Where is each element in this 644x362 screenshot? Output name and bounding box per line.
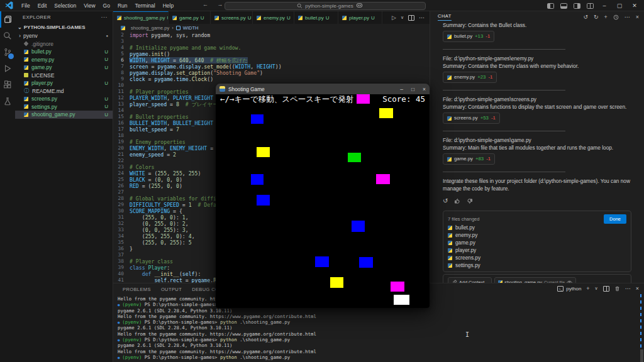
menu-selection[interactable]: Selection [51,1,79,10]
tree-item-.gitignore[interactable]: .gitignore [15,40,113,48]
enemy-square-blue [359,257,373,268]
tree-item-screens.py[interactable]: screens.pyU [15,95,113,103]
chat-history-icon[interactable] [613,14,619,20]
tree-item-bullet.py[interactable]: bullet.pyU [15,48,113,56]
chat-input-box[interactable]: Add Context... shooting_game.py Current … [443,274,631,283]
tab-dirty-badge: U [371,15,375,21]
terminal-instance[interactable]: >_ python [557,286,581,292]
chevron-right-icon: › [172,25,174,31]
pygame-window[interactable]: Shooting Game – □ × ←/→キーで移動、スペースキーで発射 S… [216,84,430,308]
toggle-sidebar-icon[interactable] [547,3,554,9]
panel-tab-output[interactable]: OUTPUT [156,283,187,295]
activity-testing-icon[interactable] [0,93,15,109]
split-editor-icon[interactable] [408,15,414,21]
removed-lines: -1 [491,114,496,122]
file-change-chip[interactable]: enemy.py+23-1 [443,72,497,83]
panel-more-actions-icon[interactable]: ⋯ [625,285,631,292]
tree-item-player.py[interactable]: player.pyU [15,79,113,87]
menu-go[interactable]: Go [100,1,113,10]
terminal-name: python [566,286,581,292]
breadcrumb-file[interactable]: shooting_game.py [131,25,169,31]
activity-search-icon[interactable] [0,28,15,44]
game-canvas[interactable]: ←/→キーで移動、スペースキーで発射 Score: 45 [216,94,430,308]
tree-item-game.py[interactable]: game.pyU [15,63,113,72]
terminal-dropdown-icon[interactable]: ∨ [595,286,598,291]
retry-icon[interactable]: ↺ [443,197,448,205]
customize-layout-icon[interactable] [587,3,594,9]
file-change-chip[interactable]: screens.py+53-1 [443,112,500,124]
chat-redo-icon[interactable]: ↻ [594,14,599,20]
changed-file-screens.py[interactable]: screens.py [448,254,626,261]
kill-terminal-icon[interactable] [614,286,620,292]
minimize-button[interactable]: – [600,3,609,9]
tab-bullet.py[interactable]: bullet.pyU [294,11,338,24]
tab-game.py[interactable]: game.pyU [169,11,211,24]
changed-file-player.py[interactable]: player.py [448,246,626,254]
toggle-panel-icon[interactable] [560,3,567,9]
title-bar: FileEditSelectionViewGoRunTerminalHelp ←… [0,0,644,11]
tree-item-enemy.py[interactable]: enemy.pyU [15,56,113,64]
activity-source-control-icon[interactable] [0,44,15,60]
game-title-bar[interactable]: Shooting Game – □ × [216,84,430,94]
chat-more-icon[interactable]: ⋯ [625,14,630,20]
thumbs-up-icon[interactable] [454,198,460,204]
activity-explorer-icon[interactable] [0,11,15,28]
run-dropdown-icon[interactable]: ∨ [401,15,404,20]
tree-item-README.md[interactable]: ⓘREADME.md [15,87,113,96]
python-file-icon [24,104,28,109]
code-text: # Colors [130,164,154,170]
tab-player.py[interactable]: player.pyU [338,11,382,24]
changed-file-game.py[interactable]: game.py [448,239,626,246]
game-maximize-button[interactable]: □ [411,86,414,92]
menu-view[interactable]: View [80,1,98,10]
panel-tab-problems[interactable]: PROBLEMS [118,283,156,295]
changed-file-bullet.py[interactable]: bullet.py [448,224,626,231]
menu-terminal[interactable]: Terminal [132,1,158,10]
tree-item-shooting_game.py[interactable]: shooting_game.pyU [15,111,113,119]
explorer-root-folder[interactable]: ⌄ PYTHON-SIMPLE-GAMES [15,23,113,32]
run-python-icon[interactable]: ▷ [392,14,396,21]
command-center-search[interactable]: python-simple-games [225,2,426,10]
split-terminal-icon[interactable] [603,286,609,292]
terminal-scrollbar[interactable] [640,349,643,362]
chat-undo-icon[interactable]: ↺ [583,14,588,20]
editor-more-icon[interactable]: ⋯ [419,14,425,21]
tree-item-pyenv[interactable]: ›pyenv● [15,32,113,40]
file-change-chip[interactable]: game.py+83-1 [443,153,495,165]
menu-run[interactable]: Run [114,1,131,10]
tree-item-settings.py[interactable]: settings.pyU [15,103,113,111]
breadcrumb[interactable]: shooting_game.py › WIDTH [113,24,430,32]
breadcrumb-symbol[interactable]: WIDTH [183,25,199,31]
attached-file-chip[interactable]: shooting_game.py Current file [494,277,576,283]
activity-extensions-icon[interactable] [0,77,15,93]
menu-edit[interactable]: Edit [35,1,50,10]
close-panel-icon[interactable]: × [636,285,639,292]
copilot-icon[interactable] [356,2,363,9]
toggle-secondary-sidebar-icon[interactable] [574,3,580,9]
tab-screens.py[interactable]: screens.pyU [211,11,253,24]
game-minimize-button[interactable]: – [400,86,403,92]
explorer-more-actions-icon[interactable]: ··· [101,14,108,20]
add-context-chip[interactable]: Add Context... [448,277,492,283]
changed-file-settings.py[interactable]: settings.py [448,261,626,269]
chat-tab-label[interactable]: CHAT [438,13,452,21]
chat-close-icon[interactable]: × [636,14,639,20]
file-change-chip[interactable]: bullet.py+13-1 [443,31,494,42]
menu-file[interactable]: File [18,1,33,10]
activity-run-debug-icon[interactable] [0,60,15,77]
done-button[interactable]: Done [604,214,626,224]
new-chat-icon[interactable]: + [604,14,607,20]
history-nav-arrows[interactable]: ← → [203,1,227,8]
thumbs-down-icon[interactable] [467,198,473,204]
game-close-button[interactable]: × [423,86,426,92]
close-button[interactable]: ✕ [630,3,639,9]
new-terminal-icon[interactable]: + [586,285,589,292]
tab-enemy.py[interactable]: enemy.pyU [253,11,294,24]
tab-shooting_game.py[interactable]: shooting_game.pyU× [113,11,169,24]
python-file-icon [214,16,219,20]
tree-item-LICENSE[interactable]: LICENSE [15,72,113,80]
changed-file-enemy.py[interactable]: enemy.py [448,231,626,239]
maximize-button[interactable]: ▢ [615,3,624,9]
enemy-square-blue [251,114,264,124]
menu-help[interactable]: Help [160,1,177,10]
